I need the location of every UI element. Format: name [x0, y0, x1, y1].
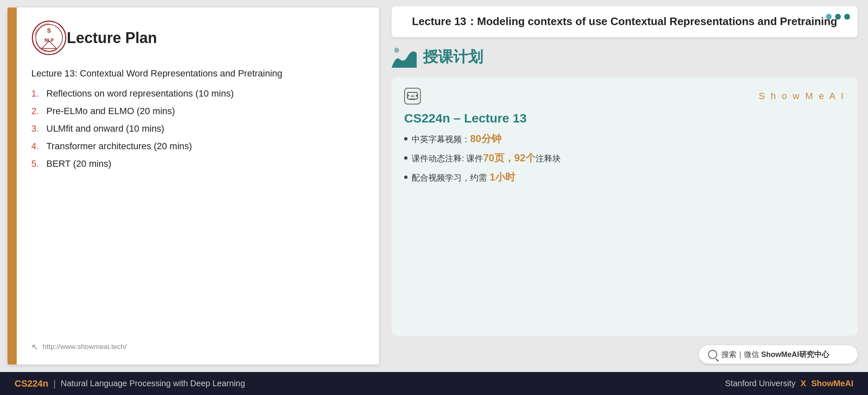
cursor-icon: ↖ [31, 342, 38, 352]
item-text-1: Reflections on word representations (10 … [46, 88, 234, 99]
search-bar[interactable]: 搜索｜微信 ShowMeAI研究中心 [699, 345, 858, 364]
bottom-subtitle: Natural Language Processing with Deep Le… [61, 379, 245, 388]
showmeai-brand: S h o w M e A I [759, 91, 845, 102]
chinese-title: 授课计划 [423, 47, 483, 67]
svg-point-12 [416, 95, 418, 97]
x-label: X [801, 379, 806, 388]
svg-text:S: S [47, 27, 51, 34]
item-number-5: 5. [31, 158, 43, 169]
lecture-items-list: 1. Reflections on word representations (… [31, 88, 362, 169]
bullet-icon [404, 137, 407, 140]
wave-icon [392, 47, 417, 68]
bottom-divider: | [53, 378, 56, 389]
card-item-2: 课件动态注释: 课件70页，92个注释块 [404, 151, 845, 165]
slide-content: S NLP Stanford University Natural Langua… [17, 8, 379, 364]
showmeai-label: ShowMeAI [811, 379, 853, 388]
slide-panel: S NLP Stanford University Natural Langua… [8, 8, 379, 364]
slide-body: Lecture 13: Contextual Word Representati… [31, 68, 362, 329]
list-item: 2. Pre-ELMo and ELMO (20 mins) [31, 106, 362, 117]
item-text-5: BERT (20 mins) [46, 158, 111, 169]
list-item: 4. Transformer architectures (20 mins) [31, 141, 362, 152]
highlight-3: 1小时 [487, 171, 515, 183]
right-panel: Lecture 13：Modeling contexts of use Cont… [387, 0, 868, 372]
university-label: Stanford University [725, 379, 796, 388]
header-dots [826, 14, 850, 20]
chinese-title-area: 授课计划 [392, 45, 858, 70]
card-item-1: 中英字幕视频：80分钟 [404, 132, 845, 145]
search-label: 搜索｜微信 [721, 350, 759, 359]
list-item: 5. BERT (20 mins) [31, 158, 362, 169]
slide-title: Lecture Plan [67, 29, 157, 47]
footer-url: http://www.showmeai.tech/ [43, 343, 127, 351]
item-number-2: 2. [31, 106, 43, 117]
search-bar-row: 搜索｜微信 ShowMeAI研究中心 [392, 343, 858, 366]
svg-text:NLP: NLP [45, 38, 54, 43]
bottom-bar: CS224n | Natural Language Processing wit… [0, 372, 868, 395]
search-highlight: ShowMeAI研究中心 [761, 350, 829, 359]
dot-2 [835, 14, 841, 20]
lecture-subtitle: Lecture 13: Contextual Word Representati… [31, 68, 362, 79]
cs224n-label: CS224n [15, 378, 48, 389]
svg-point-7 [394, 48, 399, 53]
lecture-header-box: Lecture 13：Modeling contexts of use Cont… [392, 6, 858, 37]
item-number-4: 4. [31, 141, 43, 152]
search-icon [708, 350, 717, 359]
slide-footer: ↖ http://www.showmeai.tech/ [31, 342, 362, 352]
list-item: 1. Reflections on word representations (… [31, 88, 362, 99]
item-text-4: Transformer architectures (20 mins) [46, 141, 192, 152]
slide-accent-bar [8, 8, 17, 364]
bullet-icon [404, 176, 407, 179]
list-item: 3. ULMfit and onward (10 mins) [31, 123, 362, 134]
ai-icon: AI [404, 88, 421, 104]
lecture-header-title: Lecture 13：Modeling contexts of use Cont… [404, 15, 845, 29]
card-lecture-title: CS224n – Lecture 13 [404, 111, 845, 125]
item-number-3: 3. [31, 123, 43, 134]
card-item-text-2: 课件动态注释: 课件70页，92个注释块 [412, 151, 561, 165]
showmeai-card: AI S h o w M e A I CS224n – Lecture 13 中… [392, 77, 858, 336]
bottom-right: Stanford University X ShowMeAI [725, 379, 853, 388]
card-item-text-3: 配合视频学习，约需 1小时 [412, 171, 515, 184]
highlight-2: 70页，92个 [483, 152, 535, 163]
card-item-3: 配合视频学习，约需 1小时 [404, 171, 845, 184]
item-text-3: ULMfit and onward (10 mins) [46, 123, 164, 134]
svg-text:AI: AI [411, 94, 415, 98]
dot-3 [844, 14, 850, 20]
svg-rect-9 [410, 99, 415, 100]
search-text: 搜索｜微信 ShowMeAI研究中心 [721, 349, 829, 359]
bullet-icon [404, 156, 407, 160]
item-text-2: Pre-ELMo and ELMO (20 mins) [46, 106, 175, 117]
item-number-1: 1. [31, 88, 43, 99]
dot-1 [826, 14, 832, 20]
stanford-logo-icon: S NLP Stanford University Natural Langua… [31, 20, 67, 56]
slide-header: S NLP Stanford University Natural Langua… [31, 20, 362, 56]
highlight-1: 80分钟 [470, 133, 501, 144]
bottom-left: CS224n | Natural Language Processing wit… [15, 378, 245, 389]
svg-point-11 [407, 95, 409, 97]
card-items-list: 中英字幕视频：80分钟 课件动态注释: 课件70页，92个注释块 配合视频学习，… [404, 132, 845, 184]
card-item-text-1: 中英字幕视频：80分钟 [412, 132, 501, 145]
card-top-row: AI S h o w M e A I [404, 88, 845, 104]
